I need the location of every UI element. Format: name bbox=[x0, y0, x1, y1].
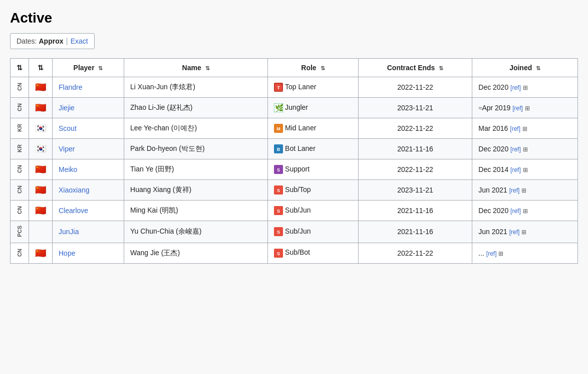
name-cell: Zhao Li-Jie (赵礼杰) bbox=[124, 98, 268, 118]
grid-icon: ⊞ bbox=[525, 105, 530, 112]
player-cell: Meiko bbox=[53, 159, 124, 180]
table-row: KR🇰🇷ScoutLee Ye-chan (이예찬)MMid Laner2022… bbox=[11, 118, 578, 139]
table-row: PCSJunJiaYu Chun-Chia (余峻嘉)SSub/Jun2021-… bbox=[11, 221, 578, 243]
grid-icon: ⊞ bbox=[523, 84, 528, 91]
player-link[interactable]: Hope bbox=[59, 249, 75, 257]
svg-text:M: M bbox=[276, 126, 280, 131]
contract-cell: 2023-11-21 bbox=[358, 180, 472, 201]
sort-joined[interactable]: ⇅ bbox=[536, 65, 540, 72]
player-link[interactable]: Flandre bbox=[59, 83, 82, 91]
sort-role[interactable]: ⇅ bbox=[321, 65, 325, 72]
player-link[interactable]: Scout bbox=[59, 124, 77, 132]
page-title: Active bbox=[10, 10, 578, 26]
ref-link[interactable]: [ref] bbox=[509, 229, 520, 236]
table-row: CN🇨🇳JiejieZhao Li-Jie (赵礼杰)🌿Jungler2023-… bbox=[11, 98, 578, 118]
role-cell: TTop Laner bbox=[268, 77, 359, 98]
player-link[interactable]: JunJia bbox=[59, 228, 79, 236]
player-link[interactable]: Meiko bbox=[59, 165, 77, 173]
role-cell: SSub/Bot bbox=[268, 243, 359, 263]
name-cell: Huang Xiang (黄祥) bbox=[124, 180, 268, 201]
name-cell: Wang Jie (王杰) bbox=[124, 243, 268, 263]
contract-cell: 2021-11-16 bbox=[358, 221, 472, 243]
player-cell: Jiejie bbox=[53, 98, 124, 118]
player-cell: JunJia bbox=[53, 221, 124, 243]
nat-cell: CN bbox=[11, 77, 29, 98]
ref-link[interactable]: [ref] bbox=[510, 84, 521, 91]
player-link[interactable]: Clearlove bbox=[59, 207, 88, 215]
svg-text:S: S bbox=[277, 251, 280, 256]
contract-cell: 2022-11-22 bbox=[358, 77, 472, 98]
nat-cell: KR bbox=[11, 118, 29, 139]
joined-cell: Dec 2020 [ref] ⊞ bbox=[472, 201, 578, 221]
svg-text:S: S bbox=[277, 209, 280, 214]
player-link[interactable]: Viper bbox=[59, 145, 75, 153]
flag-cell: 🇰🇷 bbox=[29, 139, 53, 159]
role-cell: SSub/Jun bbox=[268, 221, 359, 243]
role-cell: MMid Laner bbox=[268, 118, 359, 139]
grid-icon: ⊞ bbox=[523, 166, 528, 173]
ref-link[interactable]: [ref] bbox=[509, 187, 520, 194]
sort-player[interactable]: ⇅ bbox=[98, 65, 103, 72]
dates-approx[interactable]: Approx bbox=[39, 37, 63, 45]
grid-icon: ⊞ bbox=[521, 187, 526, 194]
player-cell: Viper bbox=[53, 139, 124, 159]
joined-cell: Jun 2021 [ref] ⊞ bbox=[472, 221, 578, 243]
col-role[interactable]: Role ⇅ bbox=[268, 59, 359, 77]
joined-cell: Dec 2014 [ref] ⊞ bbox=[472, 159, 578, 180]
sort-name[interactable]: ⇅ bbox=[205, 65, 210, 72]
grid-icon: ⊞ bbox=[523, 146, 528, 153]
ref-link[interactable]: [ref] bbox=[510, 208, 521, 215]
table-row: KR🇰🇷ViperPark Do-hyeon (박도현)BBot Laner20… bbox=[11, 139, 578, 159]
name-cell: Yu Chun-Chia (余峻嘉) bbox=[124, 221, 268, 243]
ref-link[interactable]: [ref] bbox=[486, 250, 497, 257]
contract-cell: 2022-11-22 bbox=[358, 243, 472, 263]
name-cell: Tian Ye (田野) bbox=[124, 159, 268, 180]
table-row: CN🇨🇳HopeWang Jie (王杰)SSub/Bot2022-11-22.… bbox=[11, 243, 578, 263]
nat-cell: CN bbox=[11, 180, 29, 201]
flag-cell: 🇨🇳 bbox=[29, 98, 53, 118]
role-cell: SSupport bbox=[268, 159, 359, 180]
ref-link[interactable]: [ref] bbox=[510, 166, 521, 173]
flag-cell: 🇨🇳 bbox=[29, 243, 53, 263]
contract-cell: 2023-11-21 bbox=[358, 98, 472, 118]
name-cell: Li Xuan-Jun (李炫君) bbox=[124, 77, 268, 98]
nat-cell: CN bbox=[11, 98, 29, 118]
joined-cell: Jun 2021 [ref] ⊞ bbox=[472, 180, 578, 201]
contract-cell: 2021-11-16 bbox=[358, 139, 472, 159]
player-link[interactable]: Jiejie bbox=[59, 104, 75, 112]
dates-label: Dates: bbox=[17, 37, 37, 45]
col-flag[interactable]: ⇅ bbox=[29, 59, 53, 77]
nat-cell: PCS bbox=[11, 221, 29, 243]
sort-contract[interactable]: ⇅ bbox=[439, 65, 443, 72]
contract-cell: 2021-11-16 bbox=[358, 201, 472, 221]
ref-link[interactable]: [ref] bbox=[510, 125, 520, 132]
svg-text:🌿: 🌿 bbox=[275, 104, 283, 112]
nat-cell: CN bbox=[11, 243, 29, 263]
ref-link[interactable]: [ref] bbox=[512, 105, 523, 112]
svg-text:S: S bbox=[277, 188, 280, 193]
col-name[interactable]: Name ⇅ bbox=[124, 59, 268, 77]
col-joined[interactable]: Joined ⇅ bbox=[472, 59, 578, 77]
nat-cell: CN bbox=[11, 201, 29, 221]
flag-cell: 🇨🇳 bbox=[29, 180, 53, 201]
dates-exact[interactable]: Exact bbox=[71, 37, 88, 45]
svg-text:T: T bbox=[277, 85, 280, 90]
nat-cell: CN bbox=[11, 159, 29, 180]
svg-text:S: S bbox=[277, 230, 280, 235]
joined-cell: Dec 2020 [ref] ⊞ bbox=[472, 77, 578, 98]
grid-icon: ⊞ bbox=[498, 250, 503, 257]
role-cell: 🌿Jungler bbox=[268, 98, 359, 118]
col-contract[interactable]: Contract Ends ⇅ bbox=[358, 59, 472, 77]
table-row: CN🇨🇳XiaoxiangHuang Xiang (黄祥)SSub/Top202… bbox=[11, 180, 578, 201]
role-cell: SSub/Top bbox=[268, 180, 359, 201]
role-cell: BBot Laner bbox=[268, 139, 359, 159]
svg-text:S: S bbox=[277, 167, 280, 172]
ref-link[interactable]: [ref] bbox=[510, 146, 521, 153]
col-nationality[interactable]: ⇅ bbox=[11, 59, 29, 77]
joined-cell: ... [ref] ⊞ bbox=[472, 243, 578, 263]
player-cell: Xiaoxiang bbox=[53, 180, 124, 201]
col-player[interactable]: Player ⇅ bbox=[53, 59, 124, 77]
player-link[interactable]: Xiaoxiang bbox=[59, 186, 90, 194]
dates-bar: Dates: Approx | Exact bbox=[10, 33, 95, 49]
table-header-row: ⇅ ⇅ Player ⇅ Name ⇅ Role ⇅ Contract Ends… bbox=[11, 59, 578, 77]
